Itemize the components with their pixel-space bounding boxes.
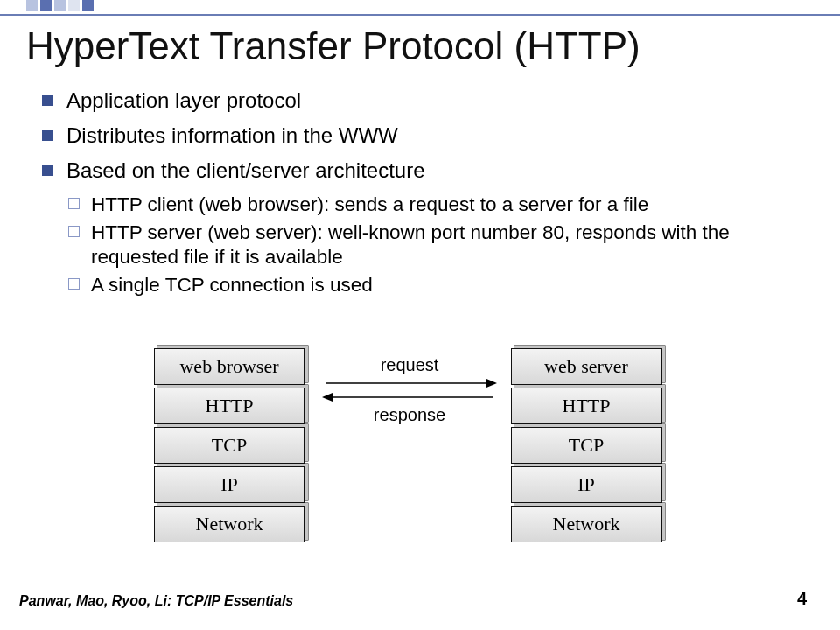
sub-bullet-item: A single TCP connection is used [68,273,803,298]
header-rule [0,14,840,16]
bullet-item: Based on the client/server architecture [42,158,803,184]
arrow-right-icon [322,377,497,389]
stack-layer: HTTP [511,388,662,424]
sub-bullet-item: HTTP client (web browser): sends a reque… [68,192,803,217]
arrow-left-icon [322,391,497,403]
stack-layer: IP [154,466,304,503]
bullet-item: Application layer protocol [42,88,803,114]
bullet-content: Application layer protocol Distributes i… [42,88,803,302]
stack-layer: IP [511,466,662,503]
corner-decoration [26,0,94,11]
stack-layer: web server [511,348,662,385]
stack-layer: web browser [154,348,304,385]
request-response-arrows: request response [313,355,506,425]
bullet-item: Distributes information in the WWW [42,122,803,149]
request-label: request [313,355,506,375]
footer-authors: Panwar, Mao, Ryoo, Li: TCP/IP Essentials [19,593,293,609]
client-stack: web browser HTTP TCP IP Network [154,348,304,545]
stack-layer: TCP [154,427,304,464]
stack-layer: Network [511,506,662,542]
sub-bullet-item: HTTP server (web server): well-known por… [68,220,803,270]
response-label: response [313,405,506,425]
stack-layer: Network [154,506,304,542]
stack-layer: HTTP [154,388,304,424]
svg-marker-1 [486,379,497,388]
svg-marker-3 [322,393,332,402]
server-stack: web server HTTP TCP IP Network [511,348,662,545]
slide-title: HyperText Transfer Protocol (HTTP) [26,24,640,68]
stack-layer: TCP [511,427,662,464]
protocol-stack-diagram: web browser HTTP TCP IP Network web serv… [0,348,840,576]
page-number: 4 [797,589,807,609]
